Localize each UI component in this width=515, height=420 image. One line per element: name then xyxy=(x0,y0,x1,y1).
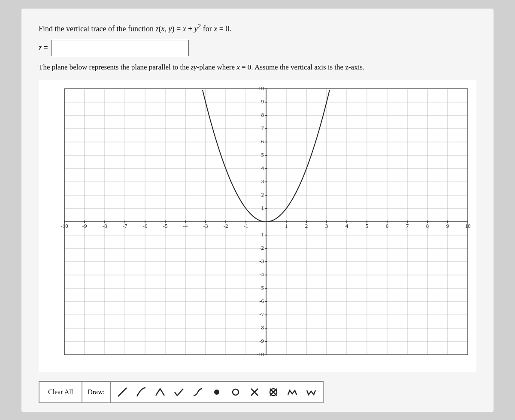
check-tool[interactable] xyxy=(170,384,188,401)
tool-icons-container xyxy=(111,381,324,403)
answer-row: z = xyxy=(39,40,476,56)
question-text: Find the vertical trace of the function … xyxy=(39,21,476,35)
svg-point-1 xyxy=(214,390,219,395)
cross-circle-tool[interactable] xyxy=(264,384,282,401)
graph-canvas[interactable] xyxy=(39,80,476,372)
dot-tool[interactable] xyxy=(208,384,226,401)
curve-tool[interactable] xyxy=(132,384,150,401)
arc-tool[interactable] xyxy=(151,384,169,401)
x-tool[interactable] xyxy=(245,384,264,401)
svg-line-0 xyxy=(118,388,127,396)
answer-input[interactable] xyxy=(52,40,189,56)
circle-tool[interactable] xyxy=(227,384,245,401)
svg-point-2 xyxy=(233,389,239,395)
draw-label: Draw: xyxy=(82,381,111,403)
m-tool[interactable] xyxy=(283,384,301,401)
w-tool[interactable] xyxy=(302,384,320,401)
toolbar: Clear All Draw: xyxy=(39,381,476,403)
description-text: The plane below represents the plane par… xyxy=(39,61,425,73)
answer-label: z = xyxy=(39,43,48,52)
clear-all-button[interactable]: Clear All xyxy=(39,381,82,403)
line-tool[interactable] xyxy=(113,384,131,401)
s-curve-tool[interactable] xyxy=(189,384,207,401)
main-page: Find the vertical trace of the function … xyxy=(21,9,494,412)
graph-container xyxy=(39,78,476,374)
